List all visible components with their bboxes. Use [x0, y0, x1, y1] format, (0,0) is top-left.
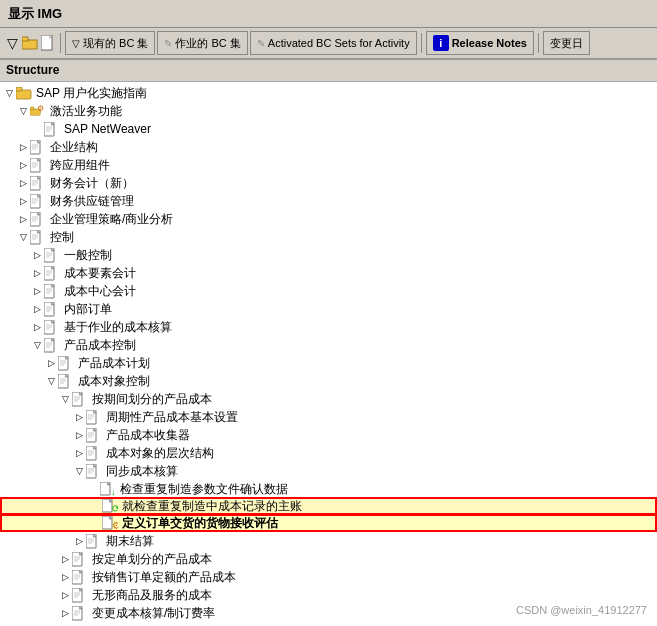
- tree-item-label: 内部订单: [64, 300, 112, 318]
- tree-row[interactable]: ▽ 产品成本控制: [0, 336, 657, 354]
- doc-icon: [44, 337, 62, 353]
- tree-row[interactable]: ▷ 变更成本核算/制订费率: [0, 604, 657, 622]
- doc-icon: [86, 409, 104, 425]
- doc-icon: [30, 193, 48, 209]
- info-icon: i: [433, 35, 449, 51]
- tree-item-label: 产品成本收集器: [106, 426, 190, 444]
- btn-activated-bc[interactable]: ✎ Activated BC Sets for Activity: [250, 31, 417, 55]
- svg-text:⚙: ⚙: [112, 520, 118, 531]
- tree-container[interactable]: ▽ SAP 用户化实施指南▽ ⚙激活业务功能 SAP NetWeaver▷ 企业…: [0, 82, 657, 626]
- tree-row[interactable]: ▷ 跨应用组件: [0, 156, 657, 174]
- expand-icon[interactable]: ▷: [16, 174, 30, 192]
- expand-icon[interactable]: ▷: [16, 210, 30, 228]
- tree-item-label: 成本对象的层次结构: [106, 444, 214, 462]
- expand-icon[interactable]: ▷: [72, 426, 86, 444]
- tree-item-label: SAP 用户化实施指南: [36, 84, 147, 102]
- tree-item-label: 一般控制: [64, 246, 112, 264]
- tree-row[interactable]: ▽ SAP 用户化实施指南: [0, 84, 657, 102]
- tree-item-label: 变更成本核算/制订费率: [92, 604, 215, 622]
- svg-rect-6: [30, 107, 34, 110]
- expand-icon[interactable]: ▽: [2, 84, 16, 102]
- tree-row[interactable]: ▽ 同步成本核算: [0, 462, 657, 480]
- doc-icon: [30, 157, 48, 173]
- btn-work-bc[interactable]: ✎ 作业的 BC 集: [157, 31, 247, 55]
- doc-icon: [30, 175, 48, 191]
- doc-icon: [72, 569, 90, 585]
- doc-arrow-down-icon: ↓: [100, 481, 118, 497]
- tree-item-label: 基于作业的成本核算: [64, 318, 172, 336]
- expand-icon[interactable]: ▽: [30, 336, 44, 354]
- tree-row[interactable]: ▷ 一般控制: [0, 246, 657, 264]
- doc-icon: [72, 605, 90, 621]
- expand-icon[interactable]: ▷: [30, 264, 44, 282]
- expand-icon[interactable]: ▷: [72, 444, 86, 462]
- expand-icon[interactable]: ▽: [16, 228, 30, 246]
- expand-icon[interactable]: ▷: [16, 138, 30, 156]
- tree-item-label: 跨应用组件: [50, 156, 110, 174]
- tree-row[interactable]: ▷ 基于作业的成本核算: [0, 318, 657, 336]
- expand-icon[interactable]: ▷: [30, 246, 44, 264]
- check-icon: ▽: [72, 38, 80, 49]
- tree-item-label: 就检查重复制造中成本记录的主账: [122, 497, 302, 515]
- tree-row[interactable]: ▷ 无形商品及服务的成本: [0, 586, 657, 604]
- tree-row[interactable]: ▽ ⚙激活业务功能: [0, 102, 657, 120]
- expand-icon[interactable]: ▽: [58, 390, 72, 408]
- doc-icon: [44, 265, 62, 281]
- expand-icon[interactable]: ▷: [16, 156, 30, 174]
- btn-current-bc[interactable]: ▽ 现有的 BC 集: [65, 31, 155, 55]
- expand-icon[interactable]: ▽: [44, 372, 58, 390]
- tree-row[interactable]: ▷ 财务供应链管理: [0, 192, 657, 210]
- tree-row[interactable]: ▷ 期末结算: [0, 532, 657, 550]
- doc-icon: [72, 551, 90, 567]
- expand-icon[interactable]: ▷: [58, 604, 72, 622]
- expand-icon[interactable]: ▷: [44, 354, 58, 372]
- expand-icon[interactable]: ▷: [58, 586, 72, 604]
- expand-icon[interactable]: ▽: [16, 102, 30, 120]
- activated-icon: ✎: [257, 38, 265, 49]
- tree-item-label: 无形商品及服务的成本: [92, 586, 212, 604]
- tree-item-label: 控制: [50, 228, 74, 246]
- tree-row[interactable]: ▷ 财务会计（新）: [0, 174, 657, 192]
- triangle-icon: ▽: [4, 35, 20, 51]
- tree-row[interactable]: ▷ 企业结构: [0, 138, 657, 156]
- tree-row[interactable]: ⟳ 就检查重复制造中成本记录的主账: [0, 497, 657, 515]
- tree-row[interactable]: ▷ 产品成本收集器: [0, 426, 657, 444]
- expand-icon[interactable]: ▷: [30, 318, 44, 336]
- expand-icon[interactable]: ▷: [16, 192, 30, 210]
- expand-icon[interactable]: ▷: [30, 300, 44, 318]
- tree-row[interactable]: ▷ 产品成本计划: [0, 354, 657, 372]
- expand-icon[interactable]: ▷: [58, 550, 72, 568]
- tree-row[interactable]: ▽ 按期间划分的产品成本: [0, 390, 657, 408]
- tree-item-label: 按定单划分的产品成本: [92, 550, 212, 568]
- expand-icon[interactable]: ▷: [58, 568, 72, 586]
- tree-row[interactable]: ▷ 按定单划分的产品成本: [0, 550, 657, 568]
- btn-change-log[interactable]: 变更日: [543, 31, 590, 55]
- expand-icon[interactable]: ▷: [72, 408, 86, 426]
- tree-row[interactable]: ▷ 成本中心会计: [0, 282, 657, 300]
- toolbar: ▽ ▽ 现有的 BC 集 ✎ 作业的 BC 集 ✎ Activated BC S…: [0, 28, 657, 60]
- window-title: 显示 IMG: [8, 5, 62, 23]
- tree-row[interactable]: ↓ 检查重复制造参数文件确认数据: [0, 480, 657, 498]
- tree-row[interactable]: ▷ 成本对象的层次结构: [0, 444, 657, 462]
- tree-row[interactable]: ▽ 成本对象控制: [0, 372, 657, 390]
- svg-rect-4: [16, 87, 22, 91]
- doc-icon: [44, 301, 62, 317]
- tree-row[interactable]: ▷ 周期性产品成本基本设置: [0, 408, 657, 426]
- tree-row[interactable]: ▽ 控制: [0, 228, 657, 246]
- doc-arrow-green-icon: ⟳: [102, 498, 120, 514]
- expand-icon[interactable]: ▷: [72, 532, 86, 550]
- doc-icon: [86, 533, 104, 549]
- tree-item-label: SAP NetWeaver: [64, 120, 151, 138]
- tree-row[interactable]: ▷ 企业管理策略/商业分析: [0, 210, 657, 228]
- tree-row[interactable]: ▷ 内部订单: [0, 300, 657, 318]
- btn-release-notes[interactable]: i Release Notes: [426, 31, 534, 55]
- tree-item-label: 产品成本控制: [64, 336, 136, 354]
- tree-row[interactable]: ⚙ 定义订单交货的货物接收评估: [0, 514, 657, 532]
- tree-row[interactable]: ▷ 成本要素会计: [0, 264, 657, 282]
- expand-icon[interactable]: ▷: [30, 282, 44, 300]
- tree-row[interactable]: SAP NetWeaver: [0, 120, 657, 138]
- doc-icon: [72, 587, 90, 603]
- expand-icon[interactable]: ▽: [72, 462, 86, 480]
- tree-row[interactable]: ▷ 按销售订单定额的产品成本: [0, 568, 657, 586]
- tree-item-label: 同步成本核算: [106, 462, 178, 480]
